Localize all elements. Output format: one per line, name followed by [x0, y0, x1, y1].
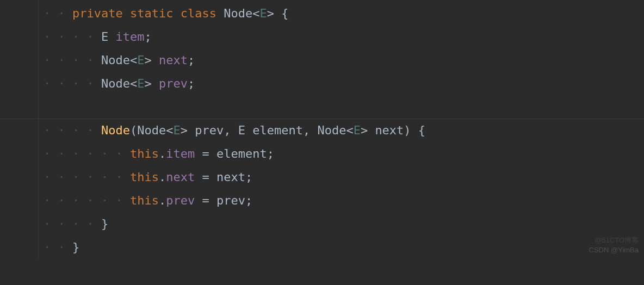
space	[152, 77, 159, 90]
semicolon: ;	[245, 170, 252, 184]
space	[123, 7, 130, 20]
space	[411, 123, 418, 137]
constructor-name: Node	[101, 123, 130, 137]
semicolon: ;	[188, 53, 195, 67]
type-e: E	[101, 30, 108, 44]
param-prev: prev	[195, 123, 224, 137]
space	[188, 123, 195, 137]
angle-open: <	[166, 123, 173, 137]
dot: .	[159, 170, 166, 184]
keyword-this: this	[130, 147, 159, 160]
code-line: · · · · Node<E> prev;	[44, 72, 644, 96]
indent: · · · ·	[44, 217, 101, 231]
type-node: Node	[101, 77, 130, 90]
field-next: next	[159, 53, 188, 67]
param-element: element	[252, 123, 303, 137]
type-node: Node	[224, 7, 252, 20]
field-prev: prev	[159, 77, 188, 90]
comma: ,	[303, 123, 318, 137]
generic-e: E	[354, 123, 361, 137]
code-line: · · · · Node<E> next;	[44, 49, 644, 72]
paren-close: )	[404, 123, 411, 137]
angle-close: >	[144, 53, 151, 67]
type-node: Node	[137, 123, 166, 137]
gutter	[0, 0, 39, 259]
angle-open: <	[130, 77, 137, 90]
indent: · ·	[44, 240, 72, 254]
generic-e: E	[259, 7, 267, 20]
field-next: next	[166, 170, 195, 184]
semicolon: ;	[245, 194, 252, 207]
indent: · · · · · ·	[44, 194, 130, 207]
angle-close: >	[144, 77, 151, 90]
op-eq: =	[195, 194, 216, 207]
op-eq: =	[195, 170, 216, 184]
brace-open: {	[281, 7, 288, 20]
semicolon: ;	[267, 147, 274, 160]
keyword-static: static	[130, 7, 173, 20]
angle-close: >	[361, 123, 368, 137]
brace-close: }	[72, 240, 79, 254]
paren-open: (	[130, 123, 137, 137]
code-line: · · · · · · this.item = element;	[44, 142, 644, 166]
code-line: · · · · · · this.next = next;	[44, 166, 644, 189]
dot: .	[159, 147, 166, 160]
dot: .	[159, 194, 166, 207]
space	[108, 30, 115, 44]
indent: · ·	[44, 7, 72, 20]
generic-e: E	[137, 77, 144, 90]
indent: · · · · · ·	[44, 147, 130, 160]
brace-open: {	[418, 123, 425, 137]
var-prev: prev	[216, 194, 245, 207]
space	[274, 7, 281, 20]
keyword-this: this	[130, 170, 159, 184]
semicolon: ;	[188, 77, 195, 90]
indent: · · · ·	[44, 30, 101, 44]
indent: · · · ·	[44, 53, 101, 67]
brace-close: }	[101, 217, 108, 231]
field-item: item	[166, 147, 195, 160]
keyword-this: this	[130, 194, 159, 207]
code-editor[interactable]: · · private static class Node<E> { · · ·…	[0, 0, 644, 259]
field-item: item	[115, 30, 144, 44]
angle-open: <	[346, 123, 353, 137]
comma: ,	[224, 123, 238, 137]
indent: · · · ·	[44, 123, 101, 137]
generic-e: E	[137, 53, 144, 67]
code-line: · · · · Node(Node<E> prev, E element, No…	[44, 119, 644, 142]
angle-open: <	[252, 7, 259, 20]
generic-e: E	[173, 123, 180, 137]
field-prev: prev	[166, 194, 195, 207]
var-element: element	[216, 147, 267, 160]
code-line-blank	[44, 96, 644, 119]
angle-open: <	[130, 53, 137, 67]
param-next: next	[375, 123, 404, 137]
op-eq: =	[195, 147, 216, 160]
angle-close: >	[267, 7, 274, 20]
type-node: Node	[101, 53, 130, 67]
code-line: · · private static class Node<E> {	[44, 2, 644, 26]
watermark-bottom: CSDN @YimBa	[589, 243, 639, 257]
indent: · · · ·	[44, 77, 101, 90]
code-line: · · }	[44, 236, 644, 259]
code-line: · · · · E item;	[44, 26, 644, 49]
var-next: next	[216, 170, 245, 184]
space	[245, 123, 252, 137]
indent: · · · · · ·	[44, 170, 130, 184]
keyword-class: class	[181, 7, 216, 20]
space	[368, 123, 375, 137]
space	[173, 7, 180, 20]
code-block: · · private static class Node<E> { · · ·…	[0, 2, 644, 119]
space	[216, 7, 224, 20]
semicolon: ;	[144, 30, 151, 44]
code-line: · · · · }	[44, 213, 644, 236]
type-e: E	[238, 123, 245, 137]
code-block: · · · · Node(Node<E> prev, E element, No…	[0, 119, 644, 259]
type-node: Node	[317, 123, 346, 137]
code-line: · · · · · · this.prev = prev;	[44, 189, 644, 213]
keyword-private: private	[72, 7, 123, 20]
space	[152, 53, 159, 67]
angle-close: >	[181, 123, 188, 137]
